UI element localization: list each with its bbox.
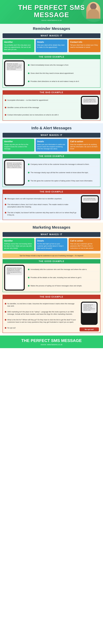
- marketing-good-phone: ABCRetail: Get 50% off dresses through 6…: [4, 265, 25, 290]
- marketing-col-details-label: Details: [37, 240, 66, 242]
- reminder-good-text-1: Client immediately knows who the message…: [30, 64, 68, 66]
- alert-good-phone-bubble: ABCMobile: You've used about 90% of your…: [6, 162, 23, 169]
- reminder-col-details-desc: Give your client all the details they ne…: [37, 44, 66, 48]
- marketing-col-identifier-label: Identifier: [4, 240, 33, 242]
- footer-source: source: www.fastsms.co.uk: [2, 344, 100, 346]
- marketing-good-phone-screen: ABCRetail: Get 50% off dresses through 6…: [5, 266, 24, 290]
- alert-good-point-3: The link gives the customer the option o…: [28, 179, 98, 183]
- marketing-bad-dot-1: [5, 303, 6, 304]
- marketing-bad-text-3: What is the link for? Where will they go…: [7, 319, 76, 323]
- reminder-bad-point-1: Incomplete information – no time listed …: [5, 98, 78, 102]
- marketing-good-dot-1: [28, 269, 30, 270]
- reminder-section: Reminder Messages WHAT MAKES IT Identifi…: [0, 24, 103, 120]
- marketing-bad-area: No identifier, no end time or date. Assu…: [2, 299, 100, 333]
- alert-good-point-2: The message clearly says all that the cu…: [28, 170, 98, 175]
- alert-good-point-1: Company name is first so the customer kn…: [28, 162, 98, 167]
- marketing-col-identifier: Identifier Nothing's worse than not know…: [2, 238, 34, 251]
- alert-col-details-desc: Make sure your information is useful and…: [37, 144, 66, 150]
- marketing-good-point-3: Makes the process of opting out of futur…: [28, 284, 98, 288]
- marketing-col-identifier-desc: Nothing's worse than not knowing where t…: [4, 243, 33, 249]
- footer: THE PERFECT SMS MESSAGE source: www.fast…: [0, 336, 103, 348]
- alert-bad-text-3: The link is helpful, but doesn't tell th…: [7, 212, 78, 216]
- reminder-good-phone-bubble: ABCDental: Your dental cleaning is sched…: [6, 62, 23, 71]
- marketing-bad-point-1: No identifier, no end time or date. Assu…: [5, 302, 76, 308]
- alert-good-dot-1: [28, 164, 30, 165]
- reminder-good-phone-screen: ABCDental: Your dental cleaning is sched…: [5, 62, 24, 85]
- alert-good-phone-screen: ABCMobile: You've used about 90% of your…: [5, 161, 24, 184]
- alert-bad-phone-bubble: You've reached 90% data. Bill ends the 7…: [83, 197, 97, 201]
- marketing-good-banner: THE GOOD EXAMPLE: [2, 259, 100, 264]
- alert-bad-point-2: The information is there, but it isn't c…: [5, 202, 78, 209]
- reminder-col-identifier-desc: You probably aren't the only place your …: [4, 44, 33, 50]
- reminder-bad-text-3: Contact information provided, but no ins…: [7, 114, 58, 116]
- alert-good-area: ABCMobile: You've used about 90% of your…: [2, 158, 100, 187]
- alert-bad-points: Messages starts out with important infor…: [3, 194, 80, 220]
- alert-makes-it-cols: Identifier Always say who you are first …: [0, 139, 103, 154]
- alert-bad-area: Messages starts out with important infor…: [2, 194, 100, 220]
- reminder-good-point-1: Client immediately knows who the message…: [28, 63, 98, 67]
- footer-title: THE PERFECT SMS MESSAGE: [2, 338, 100, 343]
- reminder-bad-phone: Your dental appointment is scheduled for…: [81, 96, 99, 119]
- reminder-what-makes-it-banner: WHAT MAKES IT: [2, 33, 100, 38]
- reminder-good-point-3: Provides client directions on what to do…: [28, 79, 98, 84]
- alert-good-text-2: The message clearly says all that the cu…: [30, 172, 88, 174]
- alert-bad-point-1: Messages starts out with important infor…: [5, 196, 78, 201]
- alert-good-phone: ABCMobile: You've used about 90% of your…: [4, 160, 25, 186]
- alert-bad-phone-screen: You've reached 90% data. Bill ends the 7…: [82, 196, 98, 202]
- marketing-title: Marketing Messages: [0, 222, 103, 232]
- reminder-good-points: Client immediately knows who the message…: [26, 59, 100, 88]
- marketing-bad-dot-2: [5, 311, 6, 312]
- alert-title: Info & Alert Messages: [0, 123, 103, 133]
- reminder-bad-dot-3: [5, 114, 6, 116]
- marketing-bad-text-4: No opt-out!: [7, 327, 16, 329]
- header: THE PERFECT SMS MESSAGE source: www.fast…: [0, 0, 103, 24]
- marketing-what-makes-it-banner: WHAT MAKES IT: [2, 232, 100, 237]
- alert-bad-text-1: Messages starts out with important infor…: [7, 198, 62, 200]
- reminder-good-area: ABCDental: Your dental cleaning is sched…: [2, 59, 100, 88]
- reminder-good-dot-3: [28, 81, 30, 82]
- alert-good-dot-3: [28, 180, 30, 182]
- marketing-col-cta-label: Call to action: [70, 240, 99, 242]
- alert-bad-dot-2: [5, 204, 6, 205]
- reminder-col-contact-desc: Tell your client how to contact you if t…: [70, 44, 99, 48]
- marketing-good-text-3: Makes the process of opting out of futur…: [30, 285, 82, 287]
- reminder-bad-text-2: Identifier comes at the end of the messa…: [7, 106, 39, 109]
- marketing-good-area: ABCRetail: Get 50% off dresses through 6…: [2, 264, 100, 292]
- alert-col-identifier-desc: Always say who you are first so the reci…: [4, 144, 33, 150]
- marketing-col-cta-desc: How can your customers get the awesome o…: [70, 243, 99, 249]
- reminder-col-identifier-label: Identifier: [4, 41, 33, 43]
- alert-good-points: Company name is first so the customer kn…: [26, 158, 100, 187]
- alert-good-text-3: The link gives the customer the option o…: [30, 180, 93, 182]
- reminder-bad-area: Incomplete information – no time listed …: [2, 95, 100, 121]
- reminder-col-contact: Contact info Tell your client how to con…: [68, 40, 100, 52]
- marketing-good-phone-bubble: ABCRetail: Get 50% off dresses through 6…: [6, 267, 23, 275]
- alert-bad-banner: THE BAD EXAMPLE: [2, 190, 100, 194]
- alert-col-cta-desc: Does the recipient need to do anything w…: [70, 144, 99, 150]
- header-source: source: www.fastsms.co.uk: [2, 19, 100, 21]
- marketing-good-text-2: Provides all the details on the sale, in…: [30, 276, 82, 279]
- reminder-bad-banner: THE BAD EXAMPLE: [2, 90, 100, 95]
- marketing-makes-it-cols: Identifier Nothing's worse than not know…: [0, 238, 103, 253]
- marketing-bad-point-4: No opt-out!: [5, 326, 76, 330]
- alert-good-text-1: Company name is first so the customer kn…: [30, 163, 89, 166]
- alert-bad-text-2: The information is there, but it isn't c…: [7, 204, 78, 208]
- reminder-col-details: Details Give your client all the details…: [36, 40, 68, 52]
- alert-bad-point-3: The link is helpful, but doesn't tell th…: [5, 210, 78, 217]
- reminder-bad-point-3: Contact information provided, but no ins…: [5, 113, 78, 117]
- reminder-makes-it-cols: Identifier You probably aren't the only …: [0, 40, 103, 54]
- marketing-no-optout-badge: No opt-out!: [80, 328, 99, 332]
- alert-col-cta-label: Call to action: [70, 140, 99, 143]
- marketing-bad-banner: THE BAD EXAMPLE: [2, 295, 100, 299]
- marketing-bad-dot-3: [5, 319, 6, 320]
- alert-col-identifier: Identifier Always say who you are first …: [2, 139, 34, 152]
- alert-col-details: Details Make sure your information is us…: [36, 139, 68, 152]
- alert-col-identifier-label: Identifier: [4, 140, 33, 143]
- marketing-col-cta: Call to action How can your customers ge…: [68, 238, 100, 251]
- reminder-good-dot-1: [28, 64, 30, 66]
- reminder-good-text-3: Provides client directions on what to do…: [30, 80, 79, 82]
- alert-good-dot-2: [28, 172, 30, 173]
- alert-section: Info & Alert Messages WHAT MAKES IT Iden…: [0, 123, 103, 220]
- marketing-bad-phone-bubble-1: Starting NOW get an amazing 50% off dres…: [83, 304, 96, 312]
- reminder-bad-phone-screen: Your dental appointment is scheduled for…: [82, 97, 98, 104]
- reminder-good-dot-2: [28, 72, 30, 74]
